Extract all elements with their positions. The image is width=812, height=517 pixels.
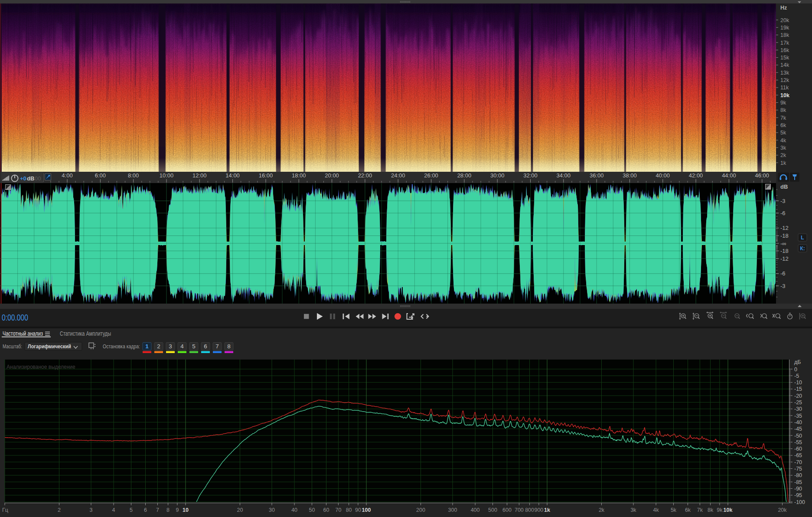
svg-text:1k: 1k [544,507,550,513]
svg-text:6:00: 6:00 [95,172,106,179]
svg-text:400: 400 [471,507,480,513]
svg-text:К:: К: [800,245,805,252]
svg-text:7k: 7k [780,115,786,121]
svg-text:22:00: 22:00 [358,172,372,179]
svg-text:-75: -75 [794,466,802,472]
svg-text:7k: 7k [697,507,703,513]
svg-text:-6: -6 [780,210,786,216]
svg-text:1: 1 [145,343,149,350]
svg-text:4: 4 [112,507,115,513]
svg-text:-18: -18 [780,232,789,239]
svg-text:34:00: 34:00 [557,172,571,179]
svg-text:-6: -6 [780,270,786,277]
svg-text:20: 20 [237,507,243,513]
svg-text:Статистика Амплитуды: Статистика Амплитуды [60,330,111,337]
svg-text:80: 80 [346,507,352,513]
svg-text:-20: -20 [794,393,802,399]
svg-text:-55: -55 [794,439,802,445]
svg-text:-10: -10 [794,380,802,386]
svg-text:18:00: 18:00 [292,172,306,179]
svg-text:16k: 16k [780,47,789,53]
svg-text:28:00: 28:00 [457,172,472,179]
svg-text:0:00.000: 0:00.000 [2,312,28,322]
svg-text:дБ: дБ [794,359,801,365]
svg-text:700: 700 [515,507,524,513]
svg-text:8:00: 8:00 [128,172,139,179]
svg-text:-∞: -∞ [780,240,786,247]
svg-text:36:00: 36:00 [590,172,604,179]
svg-text:6: 6 [204,343,207,350]
svg-text:-30: -30 [794,406,802,412]
svg-text:32:00: 32:00 [523,172,538,179]
svg-text:4:00: 4:00 [62,172,72,179]
svg-text:30:00: 30:00 [490,172,505,179]
svg-text:12k: 12k [780,77,789,83]
svg-text:9: 9 [176,507,179,513]
svg-text:-40: -40 [794,419,802,425]
svg-text:7: 7 [215,343,219,350]
svg-text:8k: 8k [708,507,714,513]
svg-text:dB: dB [780,183,788,190]
svg-text:Hz: Hz [780,5,787,11]
svg-text:8k: 8k [780,107,786,113]
svg-text:dB: dB [27,175,34,182]
svg-text:4k: 4k [780,137,786,144]
svg-text:-12: -12 [780,255,789,262]
svg-text:7: 7 [156,507,159,513]
svg-text:600: 600 [502,507,512,513]
svg-text:6k: 6k [780,122,786,128]
svg-text:-90: -90 [794,486,802,492]
svg-text:10: 10 [183,507,189,513]
svg-text:20k: 20k [778,507,787,513]
svg-text:6: 6 [144,507,147,513]
svg-text:-65: -65 [794,452,802,458]
svg-text:Остановка кадра:: Остановка кадра: [103,343,140,350]
svg-text:20k: 20k [780,17,789,23]
svg-text:19k: 19k [780,25,789,31]
svg-text:14:00: 14:00 [225,172,240,179]
svg-text:2k: 2k [780,152,786,158]
svg-text:70: 70 [335,507,341,513]
svg-text:-5: -5 [794,373,799,379]
svg-text:-3: -3 [780,283,786,289]
svg-text:1k: 1k [780,160,786,166]
svg-text:800: 800 [525,507,534,513]
svg-text:9k: 9k [780,100,786,106]
svg-text:24:00: 24:00 [391,172,405,179]
svg-text:-18: -18 [780,248,789,254]
svg-text:3k: 3k [780,145,786,151]
svg-text:Анализированое выделение: Анализированое выделение [7,364,75,370]
svg-text:-100: -100 [794,499,805,505]
svg-text:90: 90 [355,507,361,513]
svg-text:00: 00 [35,175,41,182]
svg-text:5k: 5k [780,130,786,136]
svg-text:50: 50 [309,507,315,513]
svg-text:5k: 5k [671,507,677,513]
svg-text:11k: 11k [780,85,789,91]
svg-text:-45: -45 [794,426,802,432]
svg-text:6k: 6k [685,507,691,513]
svg-text:Частотный анализ: Частотный анализ [3,330,43,337]
svg-text:-50: -50 [794,433,802,439]
svg-text:42:00: 42:00 [689,172,703,179]
svg-text:-85: -85 [794,479,802,485]
svg-text:300: 300 [448,507,457,513]
svg-text:3: 3 [90,507,93,513]
svg-text:3: 3 [169,343,172,350]
svg-text:-60: -60 [794,446,802,452]
svg-text:4: 4 [180,343,184,350]
svg-text:500: 500 [488,507,497,513]
svg-text:26:00: 26:00 [424,172,438,179]
svg-text:-3: -3 [780,198,786,204]
svg-text:9k: 9k [717,507,723,513]
svg-text:10:00: 10:00 [160,172,174,179]
svg-text:2: 2 [157,343,160,350]
svg-text:10k: 10k [780,92,789,98]
svg-text:17k: 17k [780,40,789,46]
svg-text:38:00: 38:00 [623,172,637,179]
svg-text:900: 900 [534,507,543,513]
svg-text:L: L [801,235,804,241]
svg-text:60: 60 [323,507,329,513]
svg-text:-70: -70 [794,459,802,465]
svg-text:0: 0 [794,366,797,373]
